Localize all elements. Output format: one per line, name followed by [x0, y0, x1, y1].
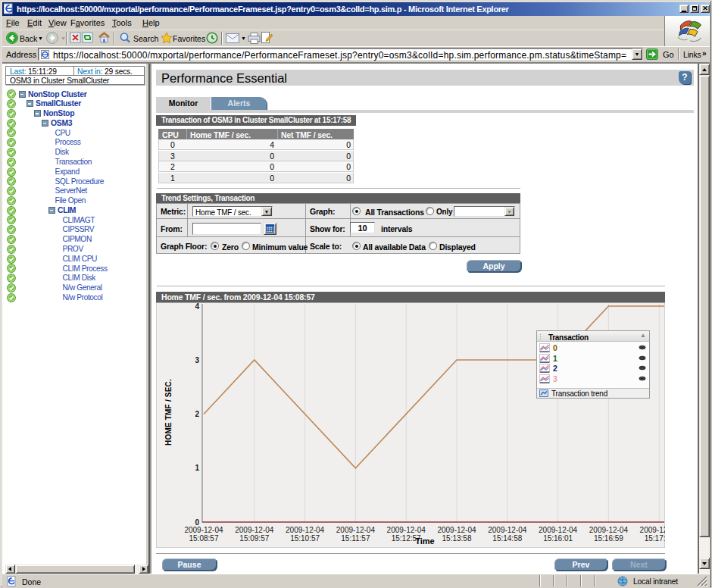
svg-text:2009-12-04: 2009-12-04: [235, 526, 274, 534]
svg-text:Home TMF / sec. from 2009-12-0: Home TMF / sec. from 2009-12-04 15:08:57: [161, 292, 315, 302]
svg-text:2009-12-04: 2009-12-04: [488, 526, 527, 534]
svg-text:2009-12-04: 2009-12-04: [539, 526, 578, 534]
svg-text:2009-12-04: 2009-12-04: [387, 526, 426, 534]
svg-text:15:16:59: 15:16:59: [594, 534, 623, 543]
svg-text:1: 1: [195, 464, 199, 472]
svg-text:15:13:58: 15:13:58: [442, 534, 472, 543]
svg-text:4: 4: [195, 302, 199, 311]
svg-text:2009-12-04: 2009-12-04: [589, 526, 629, 534]
svg-text:15:08:57: 15:08:57: [189, 534, 219, 543]
svg-text:2: 2: [195, 410, 199, 418]
svg-text:2009-12-04: 2009-12-04: [336, 526, 376, 534]
svg-text:3: 3: [195, 356, 199, 364]
svg-text:15:10:57: 15:10:57: [290, 534, 320, 543]
svg-text:2009-12-04: 2009-12-04: [184, 526, 223, 534]
svg-text:2009-12-04: 2009-12-04: [640, 526, 665, 534]
svg-text:15:14:58: 15:14:58: [492, 534, 522, 543]
svg-text:0: 0: [195, 518, 199, 527]
svg-text:15:16:01: 15:16:01: [543, 534, 573, 543]
svg-text:15:17:58: 15:17:58: [645, 534, 665, 543]
svg-text:2009-12-04: 2009-12-04: [437, 526, 476, 534]
svg-text:Time: Time: [415, 536, 434, 546]
svg-text:2009-12-04: 2009-12-04: [286, 526, 325, 534]
svg-text:15:11:57: 15:11:57: [341, 534, 370, 543]
svg-text:15:09:57: 15:09:57: [239, 534, 269, 543]
svg-text:HOME TMF / SEC.: HOME TMF / SEC.: [164, 379, 173, 446]
